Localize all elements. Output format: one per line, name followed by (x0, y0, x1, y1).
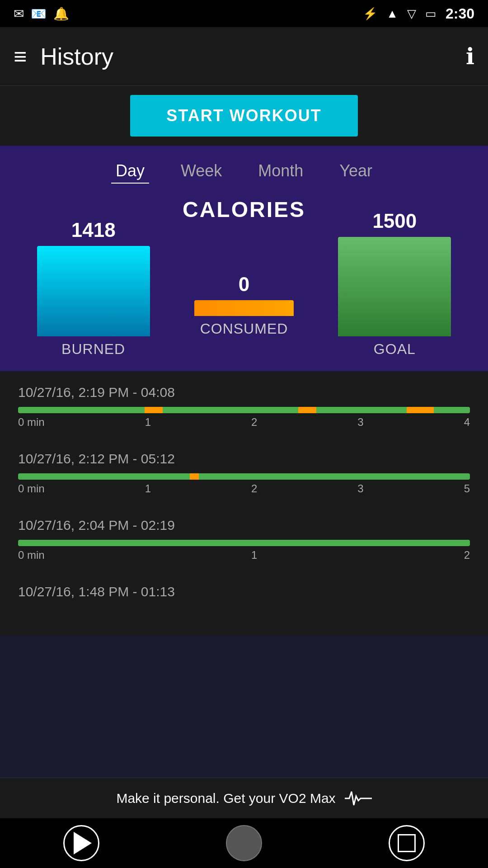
history-section: 10/27/16, 2:19 PM - 04:08 0 min 1 2 3 4 … (0, 371, 488, 636)
tab-month[interactable]: Month (253, 159, 308, 184)
progress-orange (190, 473, 199, 480)
label-2: 2 (251, 416, 257, 429)
burned-label: BURNED (61, 341, 125, 358)
burned-bar-visual (37, 246, 150, 336)
progress-orange3 (407, 407, 434, 413)
menu-icon[interactable]: ≡ (14, 43, 27, 70)
history-bar-row: 0 min 1 2 3 4 (18, 407, 470, 429)
wifi-icon: ▽ (407, 7, 416, 21)
battery-icon: ▭ (425, 7, 436, 21)
progress-green2 (163, 407, 298, 413)
progress-labels: 0 min 1 2 (18, 549, 470, 561)
goal-bar: 1500 GOAL (319, 210, 470, 358)
label-3: 3 (357, 416, 363, 429)
goal-label: GOAL (374, 341, 416, 358)
list-item: 10/27/16, 2:19 PM - 04:08 0 min 1 2 3 4 (18, 385, 470, 429)
history-bar-row: 0 min 1 2 3 5 (18, 473, 470, 495)
goal-bar-visual (338, 237, 451, 336)
square-icon (398, 834, 416, 852)
progress-labels: 0 min 1 2 3 4 (18, 416, 470, 429)
progress-track (18, 473, 470, 480)
list-item: 10/27/16, 1:48 PM - 01:13 (18, 584, 470, 599)
status-icons-right: ⚡ ▲ ▽ ▭ 2:30 (363, 5, 474, 22)
consumed-bar-visual (194, 300, 294, 316)
info-icon[interactable]: ℹ (466, 43, 474, 70)
progress-green (18, 407, 145, 413)
history-timestamp: 10/27/16, 2:04 PM - 02:19 (18, 518, 470, 533)
back-icon (74, 832, 92, 854)
progress-green (18, 540, 470, 546)
calories-bars: 1418 BURNED 0 CONSUMED 1500 GOAL (0, 240, 488, 358)
consumed-value: 0 (239, 273, 249, 296)
signal-icon: ▲ (386, 7, 398, 21)
history-timestamp: 10/27/16, 2:12 PM - 05:12 (18, 451, 470, 467)
label-4: 4 (464, 416, 470, 429)
toolbar: ≡ History ℹ (0, 27, 488, 86)
back-button[interactable] (63, 825, 99, 861)
label-2: 2 (251, 482, 257, 495)
label-1: 1 (251, 549, 257, 561)
progress-orange2 (298, 407, 316, 413)
start-workout-button[interactable]: START WORKOUT (130, 95, 357, 137)
progress-green4 (434, 407, 470, 413)
progress-green (18, 473, 190, 480)
bottom-banner-text: Make it personal. Get your VO2 Max (116, 791, 335, 806)
list-item: 10/27/16, 2:04 PM - 02:19 0 min 1 2 (18, 518, 470, 561)
status-bar: ✉ 📧 🔔 ⚡ ▲ ▽ ▭ 2:30 (0, 0, 488, 27)
square-button[interactable] (389, 825, 425, 861)
home-button[interactable] (226, 825, 262, 861)
burned-value: 1418 (71, 219, 116, 241)
message-icon: ✉ (14, 6, 24, 21)
progress-orange (145, 407, 163, 413)
label-min: 0 min (18, 482, 45, 495)
label-min: 0 min (18, 549, 45, 561)
nav-bar (0, 818, 488, 868)
calories-section: Day Week Month Year CALORIES 1418 BURNED… (0, 146, 488, 371)
tab-day[interactable]: Day (111, 159, 149, 184)
tab-year[interactable]: Year (335, 159, 377, 184)
bluetooth-icon: ⚡ (363, 7, 377, 21)
consumed-bar: 0 CONSUMED (169, 273, 319, 358)
burned-bar: 1418 BURNED (18, 219, 169, 358)
label-3: 3 (357, 482, 363, 495)
period-tabs: Day Week Month Year (0, 159, 488, 184)
label-5: 5 (464, 482, 470, 495)
history-bar-row: 0 min 1 2 (18, 540, 470, 561)
status-icons-left: ✉ 📧 🔔 (14, 6, 69, 21)
consumed-label: CONSUMED (200, 321, 288, 337)
heartbeat-icon (345, 789, 372, 807)
mail-icon: 📧 (31, 6, 47, 21)
progress-green2 (199, 473, 470, 480)
page-title: History (40, 43, 466, 70)
notification-icon: 🔔 (53, 6, 69, 21)
history-timestamp: 10/27/16, 1:48 PM - 01:13 (18, 584, 470, 599)
label-1: 1 (145, 416, 151, 429)
label-1: 1 (145, 482, 151, 495)
progress-track (18, 407, 470, 413)
progress-labels: 0 min 1 2 3 5 (18, 482, 470, 495)
label-min: 0 min (18, 416, 45, 429)
label-2: 2 (464, 549, 470, 561)
progress-green3 (316, 407, 407, 413)
progress-track (18, 540, 470, 546)
list-item: 10/27/16, 2:12 PM - 05:12 0 min 1 2 3 5 (18, 451, 470, 495)
start-workout-container: START WORKOUT (0, 86, 488, 146)
history-timestamp: 10/27/16, 2:19 PM - 04:08 (18, 385, 470, 400)
tab-week[interactable]: Week (176, 159, 226, 184)
bottom-banner[interactable]: Make it personal. Get your VO2 Max (0, 778, 488, 818)
status-time: 2:30 (446, 5, 474, 22)
goal-value: 1500 (372, 210, 417, 232)
